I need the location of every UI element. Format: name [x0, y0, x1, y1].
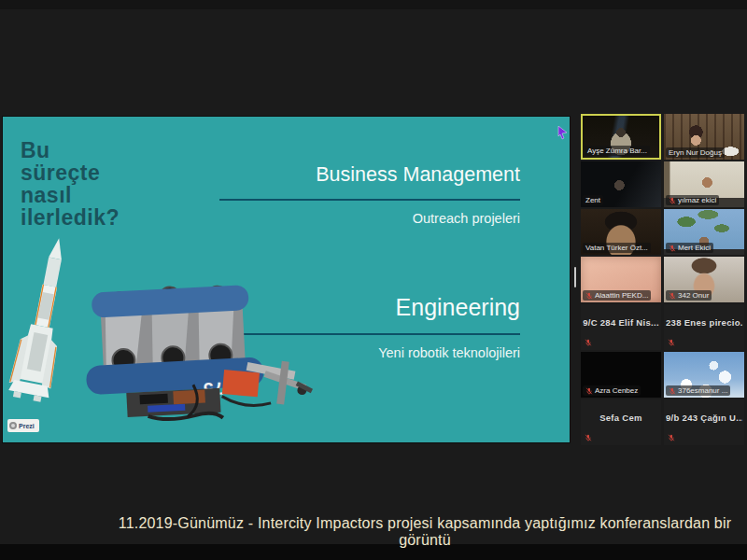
muted-mic-icon — [668, 339, 675, 346]
participant-tile-azra[interactable]: Azra Cenbez — [581, 352, 661, 398]
participant-tile-yilmaz[interactable]: yılmaz ekici — [664, 161, 744, 207]
muted-mic-icon — [669, 292, 676, 300]
muted-mic-icon — [585, 339, 592, 346]
participant-nameplate: 376esmanur ... — [666, 385, 730, 396]
muted-mic-icon — [585, 434, 592, 441]
participant-name: Azra Cenbez — [595, 386, 638, 395]
slide-title-line: süreçte — [21, 161, 120, 184]
robot-photo: 75 — [79, 280, 317, 422]
top-letterbox — [0, 0, 747, 9]
participant-tile-alaattin[interactable]: Alaattin PEKD... — [581, 257, 661, 302]
participants-scrollbar[interactable] — [574, 267, 576, 287]
participant-nameplate: 342 Onur — [666, 290, 712, 301]
section-heading: Business Management — [219, 163, 520, 187]
participant-nameplate: Vatan Türker Özt... — [583, 243, 651, 253]
participant-nameplate: Alaattin PEKD... — [583, 290, 651, 301]
participant-name: 376esmanur ... — [678, 386, 727, 395]
participant-tile-vatan-turker[interactable]: Vatan Türker Özt... — [581, 209, 661, 255]
participant-name: Eryn Nur Doğuş — [669, 148, 722, 157]
shared-screen-slide: Bu süreçte nasıl ilerledik? Business Man… — [3, 117, 570, 442]
participant-name: Sefa Cem — [583, 413, 659, 423]
participant-name: Mert Ekici — [678, 244, 711, 252]
participant-nameplate: Azra Cenbez — [583, 385, 641, 396]
prezi-label: Prezi — [19, 423, 35, 429]
slide-title: Bu süreçte nasıl ilerledik? — [21, 139, 120, 229]
participant-tile-enes[interactable]: 238 Enes pirecio... — [664, 304, 744, 350]
muted-mic-icon — [668, 434, 675, 441]
section-subtext: Outreach projeleri — [219, 211, 520, 226]
participant-name: yılmaz ekici — [678, 196, 716, 204]
participant-name: Ayşe Zümra Bar... — [587, 147, 647, 155]
participant-tile-elif[interactable]: 9/C 284 Elif Nis... — [581, 304, 661, 350]
caption-text: 11.2019-Günümüz - Intercity Impactors pr… — [103, 515, 747, 549]
participant-nameplate: Ayşe Zümra Bar... — [585, 146, 650, 156]
participant-name: Vatan Türker Özt... — [585, 244, 648, 252]
divider-line — [219, 199, 520, 201]
prezi-badge[interactable]: Prezi — [7, 419, 39, 432]
participant-tile-sefa-cem[interactable]: Sefa Cem — [581, 399, 661, 445]
slide-title-line: ilerledik? — [21, 206, 120, 229]
muted-mic-icon — [585, 387, 593, 395]
muted-mic-icon — [669, 245, 676, 252]
participant-tile-esmanur[interactable]: 376esmanur ... — [664, 352, 744, 398]
participant-tile-zent[interactable]: Zent — [581, 161, 661, 207]
section-business: Business Management Outreach projeleri — [219, 163, 520, 226]
participant-name: 9/b 243 Çağın U... — [666, 413, 742, 423]
participant-tile-onur[interactable]: 342 Onur — [664, 257, 744, 302]
participant-nameplate: Mert Ekici — [666, 243, 713, 253]
participant-name: 9/C 284 Elif Nis... — [583, 317, 659, 328]
participant-name: Zent — [585, 196, 600, 204]
participant-nameplate: Zent — [583, 195, 603, 205]
participant-name: 238 Enes pirecio... — [666, 317, 742, 328]
prezi-logo-icon — [9, 422, 17, 429]
muted-mic-icon — [669, 387, 676, 395]
participant-tile-ayse-zumra[interactable]: Ayşe Zümra Bar... — [581, 114, 661, 160]
participant-nameplate: yılmaz ekici — [666, 195, 719, 205]
participants-grid: Ayşe Zümra Bar... Eryn Nur Doğuş Zent yı… — [581, 114, 744, 445]
rocket-illustration — [6, 235, 84, 407]
participant-tile-cagin[interactable]: 9/b 243 Çağın U... — [664, 399, 744, 445]
participant-tile-mert-ekici[interactable]: Mert Ekici — [664, 209, 744, 255]
slide-title-line: nasıl — [21, 184, 120, 206]
participant-tile-eryn-nur[interactable]: Eryn Nur Doğuş — [664, 114, 744, 160]
participant-name: Alaattin PEKD... — [595, 291, 648, 300]
participant-name: 342 Onur — [678, 291, 709, 300]
muted-mic-icon — [585, 292, 593, 300]
mouse-cursor-icon — [557, 126, 569, 141]
muted-mic-icon — [669, 197, 676, 204]
participant-nameplate: Eryn Nur Doğuş — [666, 147, 725, 158]
slide-title-line: Bu — [21, 139, 120, 161]
